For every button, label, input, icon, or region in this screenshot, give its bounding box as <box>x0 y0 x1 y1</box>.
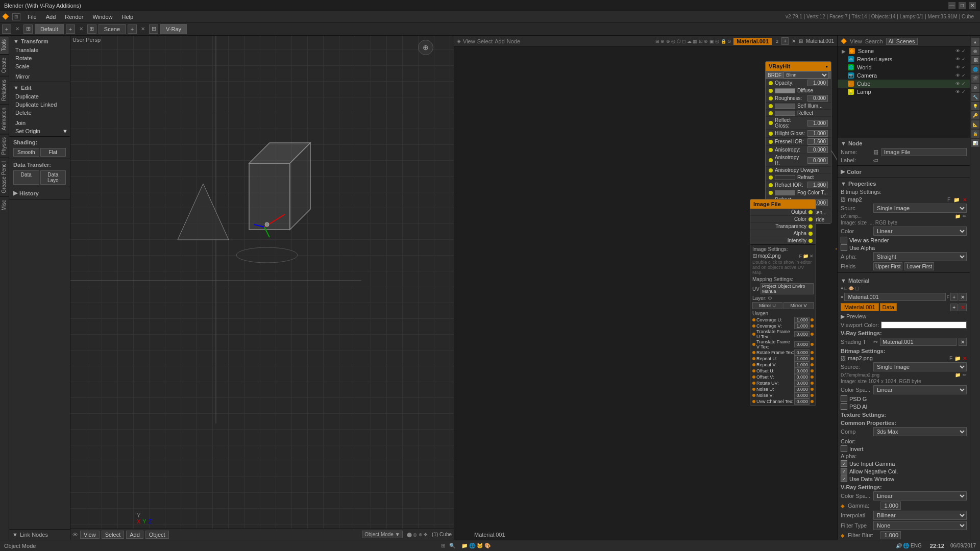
viewport-color-swatch[interactable] <box>881 321 967 329</box>
psd-ai-cb[interactable] <box>841 403 847 410</box>
strip-icon-4[interactable]: 🌐 <box>971 65 979 73</box>
vp-view-btn[interactable]: 👁 <box>72 532 78 538</box>
vp-view-label[interactable]: View <box>80 531 100 539</box>
scene-search-btn[interactable]: Search <box>865 38 883 44</box>
repeat-v-val[interactable]: 1.000 <box>794 362 810 368</box>
strip-icon-1[interactable]: ▲ <box>971 38 979 46</box>
statusbar-search[interactable]: 🔍 <box>449 543 455 548</box>
duplicate-btn[interactable]: Duplicate <box>9 92 70 101</box>
node-add-icon[interactable]: + <box>781 37 789 45</box>
use-data-window-cb[interactable]: ✓ <box>841 475 847 482</box>
left-tab-grease[interactable]: Grease Pencil <box>0 158 9 196</box>
strip-icon-6[interactable]: ⚙ <box>971 84 979 92</box>
repeat-u-val[interactable]: 1.000 <box>794 356 810 362</box>
rotate-btn[interactable]: Rotate <box>9 54 70 62</box>
map2-x-btn[interactable]: ✕ <box>963 197 967 203</box>
source2-select[interactable]: Single Image <box>873 362 967 371</box>
node-editor-icon[interactable]: ◈ <box>457 38 461 44</box>
view-as-render-cb[interactable] <box>841 237 847 243</box>
map2png-browse-btn[interactable]: 📁 <box>954 356 961 361</box>
tab-vray[interactable]: V-Ray <box>160 24 187 34</box>
coverage-u-val[interactable]: 1.000 <box>794 317 810 323</box>
scene-item-scene[interactable]: ▶ 🔶 Scene 👁 ✓ <box>838 47 970 55</box>
vrayhit-fresnel-val[interactable]: 1.600 <box>807 138 828 145</box>
alpha-select[interactable]: Straight <box>873 252 967 261</box>
tab-add-vray2[interactable]: ⊞ <box>149 24 158 34</box>
trans-u-val[interactable]: 0.000 <box>794 331 810 337</box>
strip-icon-2[interactable]: ◎ <box>971 47 979 55</box>
set-origin-btn[interactable]: Set Origin ▼ <box>9 127 70 135</box>
source-select[interactable]: Single Image <box>873 204 967 213</box>
scene-item-cube[interactable]: □ Cube 👁 ✓ <box>838 80 970 88</box>
path-browse[interactable]: 📁 <box>955 214 961 219</box>
rotate-frame-val[interactable]: 0.000 <box>794 349 810 356</box>
duplicate-linked-btn[interactable]: Duplicate Linked <box>9 101 70 109</box>
vrayhit-refractior-val[interactable]: 1.600 <box>807 182 828 188</box>
menu-window[interactable]: Window <box>88 12 116 22</box>
data-btn[interactable]: Data <box>13 170 39 185</box>
mat-add-btn[interactable]: + <box>950 293 958 301</box>
scale-btn[interactable]: Scale <box>9 62 70 70</box>
menu-help[interactable]: Help <box>118 12 138 22</box>
smooth-btn[interactable]: Smooth <box>13 148 39 157</box>
trans-v-val[interactable]: 0.000 <box>794 341 810 347</box>
shading-t-material[interactable]: Material.001 <box>880 338 957 346</box>
node-view-btn[interactable]: View <box>463 38 475 44</box>
imgfile-map2-x[interactable]: ✕ <box>810 254 814 259</box>
menu-render[interactable]: Render <box>61 12 87 22</box>
scene-item-lamp[interactable]: 💡 Lamp 👁 ✓ <box>838 88 970 96</box>
node-name-input[interactable] <box>881 148 967 156</box>
left-tab-relations[interactable]: Relations <box>0 76 9 104</box>
strip-icon-9[interactable]: 🔑 <box>971 111 979 119</box>
vp-add-label[interactable]: Add <box>126 531 143 539</box>
mirror-btn[interactable]: Mirror <box>9 72 70 81</box>
rotate-uv-val[interactable]: 0.000 <box>794 380 810 386</box>
path2-browse[interactable]: 📁 <box>955 372 961 378</box>
noise-u-val[interactable]: 0.000 <box>794 386 810 392</box>
translate-btn[interactable]: Translate <box>9 46 70 54</box>
noise-v-val[interactable]: 0.000 <box>794 392 810 398</box>
delete-btn[interactable]: Delete <box>9 109 70 117</box>
strip-icon-5[interactable]: 🎬 <box>971 74 979 83</box>
node-select-btn[interactable]: Select <box>477 38 493 44</box>
strip-icon-3[interactable]: 🖼 <box>971 56 979 64</box>
vrayhit-aniso-val[interactable]: 0.000 <box>807 146 828 153</box>
left-tab-create[interactable]: Create <box>0 54 9 76</box>
left-tab-misc[interactable]: Misc <box>0 196 9 214</box>
tab-close-btn[interactable]: ✕ <box>13 26 21 32</box>
scene-view-btn[interactable]: View <box>850 38 862 44</box>
lower-first-btn[interactable]: Lower First <box>904 262 934 270</box>
mat-name-field[interactable]: Material.001 <box>844 293 945 301</box>
mirror-v-btn[interactable]: Mirror V <box>783 302 814 309</box>
tab-close-scene[interactable]: ✕ <box>77 26 85 32</box>
comp-select[interactable]: 3ds Max <box>873 427 967 436</box>
menu-add[interactable]: Add <box>42 12 60 22</box>
scene-allscenes-btn[interactable]: All Scenes <box>886 38 918 45</box>
strip-icon-11[interactable]: 🔒 <box>971 130 979 138</box>
data-layo-btn[interactable]: Data Layo <box>40 170 66 185</box>
tab-add-left2[interactable]: ⊞ <box>23 24 33 34</box>
vrayhit-aniso-r-val[interactable]: 0.000 <box>807 157 828 164</box>
imgfile-layer-icon[interactable]: ⚙ <box>768 295 772 301</box>
node-close-icon[interactable]: ✕ <box>792 38 796 44</box>
gamma-val[interactable]: 1.000 <box>880 502 901 510</box>
mat-x-btn[interactable]: ✕ <box>959 293 967 301</box>
shading-t-x-btn[interactable]: ✕ <box>959 338 967 346</box>
vrayhit-hilightgloss-val[interactable]: 1.000 <box>807 130 828 137</box>
node-add-btn[interactable]: Add <box>495 38 505 44</box>
node-node-btn[interactable]: Node <box>507 38 520 44</box>
mirror-u-btn[interactable]: Mirror U <box>752 302 782 309</box>
data-btn[interactable]: Data <box>880 303 897 311</box>
left-tab-physics[interactable]: Physics <box>0 134 9 158</box>
imgfile-map2-browse[interactable]: 📁 <box>803 254 808 259</box>
map2png-f-btn[interactable]: F <box>949 356 952 361</box>
mat-delete-btn[interactable]: ✕ <box>959 304 967 311</box>
tab-add-scene[interactable]: + <box>66 24 75 34</box>
vp-object-label[interactable]: Object <box>145 531 169 539</box>
tab-add-left[interactable]: + <box>2 24 11 34</box>
upper-first-btn[interactable]: Upper First <box>873 262 902 270</box>
flat-btn[interactable]: Flat <box>40 148 66 157</box>
node-expand-icon[interactable]: ⊞ <box>799 38 803 44</box>
scene-item-camera[interactable]: 📷 Camera 👁 ✓ <box>838 71 970 80</box>
vrayhit-brdf-select[interactable]: Blinn <box>783 71 829 79</box>
